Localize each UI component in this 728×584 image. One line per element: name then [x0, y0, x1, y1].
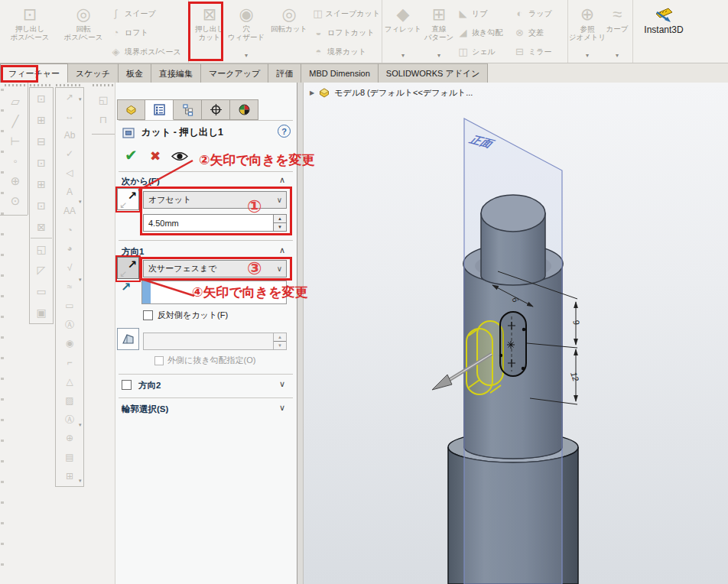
sketch-slot[interactable] — [499, 312, 526, 376]
dropdown-arrow-icon[interactable]: ▾ — [245, 52, 248, 61]
tab-evaluate[interactable]: 評価 — [268, 63, 301, 83]
spin-up-icon[interactable]: ▲ — [274, 215, 286, 223]
wrap-button[interactable]: ◐ ラップ — [514, 4, 566, 23]
dimension-9[interactable]: 9 — [571, 319, 581, 326]
toolbar-drag-handle[interactable] — [30, 84, 53, 86]
sweep-button[interactable]: ∫ スイープ — [110, 4, 187, 23]
direction2-group-header[interactable]: 方向2 — [138, 380, 161, 391]
show-preview-eye-icon[interactable] — [171, 151, 189, 165]
collapse-chevron-icon[interactable]: ∧ — [279, 245, 285, 255]
disabled-tool-icon[interactable]: ◉ — [57, 334, 82, 353]
disabled-tool-icon[interactable]: ⊡ — [31, 152, 52, 174]
revolve-cut-button[interactable]: ◎ 回転カット — [265, 2, 313, 61]
direction1-group-header[interactable]: 方向1 — [122, 246, 144, 258]
spinner-buttons[interactable]: ▲ ▼ — [273, 215, 286, 231]
dropdown-arrow-icon[interactable]: ▾ — [437, 52, 440, 61]
tab-configuration-manager[interactable] — [174, 99, 202, 120]
mirror-button[interactable]: ⊟ ミラー — [514, 42, 566, 61]
disabled-tool-icon[interactable]: ◦ — [13, 151, 17, 171]
shell-button[interactable]: ◫ シェル — [457, 42, 514, 61]
draft-on-off-button[interactable] — [117, 328, 139, 350]
tab-sketch[interactable]: スケッチ — [68, 63, 119, 83]
tab-features[interactable]: フィーチャー — [0, 63, 68, 83]
disabled-tool-icon[interactable]: ▭ — [31, 281, 52, 302]
toolbar-drag-handle[interactable] — [5, 84, 26, 86]
boundary-boss-button[interactable]: ◈ 境界ボス/ベース — [110, 42, 187, 61]
toolbar-drag-handle[interactable] — [93, 84, 114, 86]
fillet-button[interactable]: ◆ フィレット ▾ — [385, 2, 421, 61]
spin-down-icon[interactable]: ▼ — [274, 223, 286, 231]
disabled-tool-icon[interactable]: ▨ — [57, 391, 82, 410]
disabled-tool-icon[interactable]: ▭ — [57, 297, 82, 316]
hole-wizard-button[interactable]: ◉ 穴 ウィザード ▾ — [227, 2, 265, 61]
flip-side-checkbox[interactable] — [143, 310, 153, 320]
disabled-tool-icon[interactable]: ◕ — [57, 239, 82, 258]
disabled-tool-icon[interactable]: ⊕ — [57, 429, 82, 448]
loft-button[interactable]: ◔ ロフト — [110, 23, 187, 42]
cancel-button[interactable]: ✖ — [150, 148, 161, 164]
draft-button[interactable]: ◢ 抜き勾配 — [457, 23, 514, 42]
flyout-arrow-icon[interactable]: ▾ — [79, 96, 82, 102]
linear-pattern-button[interactable]: ⊞ 直線 パターン ▾ — [421, 2, 457, 61]
disabled-tool-icon[interactable]: ◔ — [57, 221, 82, 240]
tab-property-manager[interactable] — [145, 99, 174, 120]
from-reverse-direction-button[interactable]: ↗ ↙ — [117, 188, 139, 210]
dropdown-arrow-icon[interactable]: ▾ — [401, 52, 405, 61]
disabled-tool-icon[interactable]: ◱ — [31, 238, 52, 259]
disabled-tool-icon[interactable]: ⊙ — [11, 191, 21, 211]
tab-dimxpert-manager[interactable] — [202, 99, 230, 120]
tab-sheet-metal[interactable]: 板金 — [119, 63, 151, 83]
curves-button[interactable]: ≈ カーブ ▾ — [603, 2, 631, 61]
disabled-tool-icon[interactable]: ⊕ — [11, 171, 21, 191]
rib-button[interactable]: ◣ リブ — [457, 4, 514, 23]
extrude-cut-button[interactable]: ⊠ 押し出し カット — [192, 2, 227, 61]
face-selection-listbox[interactable] — [141, 281, 287, 304]
loft-cut-button[interactable]: ◒ ロフトカット — [313, 23, 380, 42]
boundary-cut-button[interactable]: ◓ 境界カット — [313, 42, 380, 61]
tab-feature-tree[interactable] — [117, 99, 145, 120]
from-group-header[interactable]: 次から(F) — [122, 176, 160, 187]
flyout-arrow-icon[interactable]: ▾ — [79, 277, 82, 283]
tab-mbd-dimension[interactable]: MBD Dimension — [301, 63, 378, 83]
disabled-tool-icon[interactable]: ⊞ — [31, 174, 52, 195]
disabled-tool-icon[interactable]: ◸ — [31, 259, 52, 281]
toolbar-drag-handle[interactable] — [56, 84, 82, 86]
panel-splitter[interactable] — [297, 83, 304, 584]
ok-button[interactable]: ✔ — [125, 146, 138, 164]
disabled-tool-icon[interactable]: ⊢ — [10, 131, 20, 151]
disabled-tool-icon[interactable]: ↔ — [57, 107, 82, 126]
disabled-tool-icon[interactable]: △ — [57, 372, 82, 391]
expand-chevron-icon[interactable]: ∨ — [279, 403, 285, 413]
dimension-12[interactable]: 12 — [569, 371, 580, 382]
tab-direct-editing[interactable]: 直接編集 — [151, 63, 201, 83]
tab-markup[interactable]: マークアップ — [201, 63, 268, 83]
flyout-arrow-icon[interactable]: ▾ — [79, 478, 82, 484]
disabled-tool-icon[interactable]: ╱ — [11, 112, 18, 131]
help-icon[interactable]: ? — [278, 125, 291, 138]
collapse-chevron-icon[interactable]: ∧ — [279, 175, 285, 185]
reference-geometry-button[interactable]: ⊕ 参照 ジオメトリ ▾ — [571, 2, 603, 61]
flyout-arrow-icon[interactable]: ▾ — [79, 199, 82, 205]
contour-selection-header[interactable]: 輪郭選択(S) — [122, 404, 168, 415]
offset-distance-input[interactable]: 4.50mm ▲ ▼ — [143, 214, 287, 232]
direction2-checkbox[interactable] — [122, 380, 132, 390]
disabled-tool-icon[interactable]: ⌐ — [57, 353, 82, 372]
tab-display-manager[interactable] — [230, 99, 258, 120]
disabled-tool-icon[interactable]: ▤ — [57, 448, 82, 467]
disabled-tool-icon[interactable]: √ — [57, 258, 82, 277]
dropdown-arrow-icon[interactable]: ▾ — [616, 52, 619, 61]
disabled-tool-icon[interactable]: ◱ — [99, 90, 108, 110]
dropdown-arrow-icon[interactable]: ▾ — [586, 52, 589, 61]
disabled-tool-icon[interactable]: ⊡ — [31, 195, 52, 216]
disabled-tool-icon[interactable]: ⊟ — [31, 131, 52, 152]
disabled-tool-icon[interactable]: ◁ — [57, 164, 82, 183]
disabled-tool-icon[interactable]: ⊠ — [31, 216, 52, 238]
disabled-tool-icon[interactable]: ⊡ — [31, 88, 52, 109]
disabled-tool-icon[interactable]: Ab — [57, 126, 82, 145]
expand-chevron-icon[interactable]: ∨ — [279, 379, 285, 389]
tab-solidworks-addins[interactable]: SOLIDWORKS アドイン — [379, 63, 489, 83]
disabled-tool-icon[interactable]: ✓ — [57, 144, 82, 164]
disabled-tool-icon[interactable]: ⊓ — [99, 110, 107, 130]
direction1-end-condition-dropdown[interactable]: 次サーフェスまで ∨ — [143, 260, 287, 277]
disabled-tool-icon[interactable]: Ⓐ — [57, 316, 82, 335]
